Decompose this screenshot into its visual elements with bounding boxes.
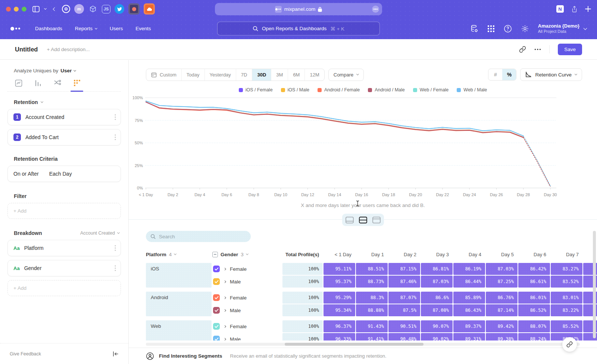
retention-value-cell[interactable]: 86.19% [453, 263, 485, 275]
retention-value-cell[interactable]: 85.89% [453, 292, 485, 304]
retention-value-cell[interactable]: 90.02% [421, 333, 453, 341]
retention-value-cell[interactable]: 88.3% [356, 292, 388, 304]
retention-criteria-card[interactable]: On or After Each Day [7, 166, 121, 182]
notion-icon[interactable]: N [556, 5, 564, 13]
retention-value-cell[interactable]: 96.37% [323, 320, 355, 332]
retention-value-cell[interactable]: 86.76% [486, 292, 518, 304]
expand-row-icon[interactable] [224, 267, 226, 270]
row-checkbox[interactable] [213, 336, 220, 341]
legend-item-web-female[interactable]: Web / Female [413, 87, 449, 92]
gender-row-android-male[interactable]: Male [212, 304, 282, 316]
analyze-uniques-row[interactable]: Analyze Uniques by User [7, 68, 121, 73]
minimize-window-button[interactable] [14, 7, 19, 12]
row-checkbox[interactable] [213, 266, 220, 272]
add-description[interactable]: + Add description... [47, 47, 90, 52]
retention-value-cell[interactable]: 89.38% [486, 333, 518, 341]
record-extension-icon[interactable] [128, 3, 140, 15]
retention-value-cell[interactable]: 89.31% [453, 333, 485, 341]
retention-value-cell[interactable]: 95.37% [323, 276, 355, 288]
retention-value-cell[interactable]: 90.51% [388, 320, 420, 332]
percent-toggle[interactable]: % [502, 69, 516, 80]
retention-step-added-to-cart[interactable]: 2Added To Cart [7, 129, 121, 145]
retention-value-cell[interactable]: 86.81% [421, 263, 453, 275]
bird-extension-icon[interactable] [115, 4, 124, 14]
retention-value-cell[interactable]: 95.29% [323, 292, 355, 304]
legend-item-ios-female[interactable]: iOS / Female [239, 87, 273, 92]
retention-value-cell[interactable]: 83.52% [551, 276, 582, 288]
avatar-extension-icon[interactable]: m [74, 4, 84, 14]
retention-value-cell[interactable]: 88.73% [356, 276, 388, 288]
share-link-fab[interactable] [562, 337, 577, 352]
compare-button[interactable]: Compare [328, 69, 364, 81]
retention-value-cell[interactable]: 89.42% [486, 320, 518, 332]
retention-value-cell[interactable]: 87.46% [388, 276, 420, 288]
select-all-checkbox[interactable] [212, 252, 218, 257]
date-range-today[interactable]: Today [182, 69, 205, 81]
legend-item-android-female[interactable]: Android / Female [318, 87, 360, 92]
kebab-menu-icon[interactable] [115, 134, 116, 140]
retention-value-cell[interactable]: 85.52% [551, 320, 582, 332]
nav-item-dashboards[interactable]: Dashboards [35, 26, 62, 31]
data-management-icon[interactable] [470, 25, 478, 33]
retention-step-account-created[interactable]: 1Account Created [7, 109, 121, 125]
retention-value-cell[interactable]: 88.51% [356, 263, 388, 275]
nav-item-reports[interactable]: Reports [75, 26, 97, 31]
retention-section-header[interactable]: Retention [7, 99, 121, 105]
row-checkbox[interactable] [213, 278, 220, 285]
segments-title[interactable]: Find Interesting Segments [159, 353, 222, 359]
retention-value-cell[interactable]: 96.33% [323, 333, 355, 341]
date-range-3m[interactable]: 3M [271, 69, 288, 81]
retention-value-cell[interactable]: 83.01% [551, 292, 582, 304]
gender-row-web-female[interactable]: Female [212, 320, 282, 332]
js-extension-icon[interactable]: JS [102, 5, 110, 13]
settings-gear-icon[interactable] [521, 25, 529, 33]
date-range-custom[interactable]: Custom [146, 69, 182, 81]
retention-value-cell[interactable]: 86.61% [518, 276, 550, 288]
new-tab-icon[interactable] [585, 6, 591, 12]
date-range-yesterday[interactable]: Yesterday [205, 69, 236, 81]
chart-type-dropdown[interactable]: Retention Curve [520, 68, 582, 81]
table-search-input[interactable] [159, 234, 241, 239]
apps-grid-icon[interactable] [487, 25, 495, 32]
gender-row-web-male[interactable]: Male [212, 333, 282, 341]
criteria-on-or-after[interactable]: On or After [13, 171, 39, 177]
gender-row-ios-female[interactable]: Female [212, 263, 282, 275]
retention-value-cell[interactable]: 86.52% [518, 304, 550, 316]
retention-value-cell[interactable]: 87.07% [388, 292, 420, 304]
breakdown-item-platform[interactable]: AaPlatform [7, 240, 121, 256]
project-switcher[interactable]: Amazonia {Demo} All Project Data [538, 23, 587, 34]
copy-link-icon[interactable] [519, 46, 526, 53]
nav-item-events[interactable]: Events [135, 26, 151, 31]
retention-value-cell[interactable]: 91.41% [356, 333, 388, 341]
report-title[interactable]: Untitled [15, 46, 38, 53]
help-icon[interactable] [504, 25, 512, 33]
gender-row-ios-male[interactable]: Male [212, 276, 282, 288]
retention-value-cell[interactable]: 88.88% [356, 304, 388, 316]
retention-value-cell[interactable]: 89.37% [453, 320, 485, 332]
gender-row-android-female[interactable]: Female [212, 292, 282, 304]
date-range-7d[interactable]: 7D [236, 69, 253, 81]
global-search[interactable]: Open Reports & Dashboards ⌘ + K [217, 22, 380, 35]
back-icon[interactable] [53, 7, 57, 11]
retention-value-cell[interactable]: 87.5% [388, 304, 420, 316]
retention-value-cell[interactable]: 95.11% [323, 263, 355, 275]
kebab-menu-icon[interactable] [115, 265, 116, 271]
sidebar-toggle-icon[interactable] [32, 6, 40, 12]
retention-value-cell[interactable]: 86.43% [453, 304, 485, 316]
layout-split-button[interactable] [357, 215, 369, 225]
retention-value-cell[interactable]: 87.03% [421, 276, 453, 288]
kebab-menu-icon[interactable] [115, 114, 116, 120]
date-range-30d[interactable]: 30D [252, 69, 271, 81]
toolbar-chevron-icon[interactable] [44, 7, 47, 10]
retention-value-cell[interactable]: 90.07% [421, 320, 453, 332]
platform-cell[interactable]: iOS [146, 263, 212, 288]
retention-value-cell[interactable]: 87.15% [388, 263, 420, 275]
retention-value-cell[interactable]: 83.27% [551, 263, 582, 275]
date-range-6m[interactable]: 6M [288, 69, 305, 81]
tab-insights[interactable] [14, 79, 24, 91]
retention-value-cell[interactable]: 86.42% [518, 263, 550, 275]
platform-cell[interactable]: Web [146, 320, 212, 341]
cube-extension-icon[interactable] [88, 4, 98, 14]
retention-value-cell[interactable]: 87.08% [421, 304, 453, 316]
url-more-icon[interactable] [372, 6, 379, 13]
